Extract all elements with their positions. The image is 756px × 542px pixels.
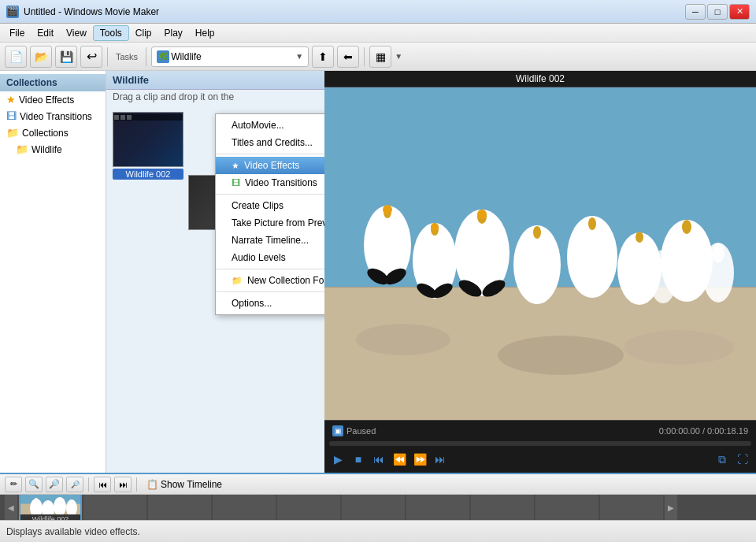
storyboard-clip-1[interactable]: Wildlife 002 <box>19 495 82 520</box>
zoom-out-tool[interactable]: 🔎 <box>46 477 63 492</box>
take-picture-label: Take Picture from Preview <box>232 217 324 228</box>
menubar: File Edit View Tools Clip Play Help <box>0 24 756 43</box>
view-button[interactable]: ▦ <box>369 46 391 68</box>
split-button[interactable]: ⧉ <box>713 451 731 468</box>
collection-name: Wildlife <box>171 51 294 62</box>
menu-create-clips[interactable]: Create Clips <box>216 197 324 214</box>
nav-back-button[interactable]: ⬅ <box>337 46 359 68</box>
svg-point-31 <box>477 210 487 219</box>
storyboard-slot-1 <box>83 495 146 520</box>
sidebar-item-wildlife[interactable]: 📁 Wildlife <box>0 141 106 158</box>
titles-label: Titles and Credits... <box>232 137 313 148</box>
menu-sep-3 <box>216 269 324 269</box>
next-frame-timeline[interactable]: ⏭ <box>114 477 132 492</box>
folder-icon-2: 📁 <box>16 143 28 155</box>
sidebar-item-collections[interactable]: 📁 Collections <box>0 124 106 141</box>
storyboard-nav-right[interactable]: ▶ <box>665 495 677 520</box>
minimize-button[interactable]: ─ <box>685 4 706 20</box>
storyboard-clip-label-1: Wildlife 002 <box>20 514 80 520</box>
nav-up-button[interactable]: ⬆ <box>312 46 334 68</box>
preview-video <box>324 87 756 420</box>
titlebar-controls: ─ □ ✕ <box>685 4 750 20</box>
storyboard-nav-left[interactable]: ◀ <box>5 495 17 520</box>
menu-clip[interactable]: Clip <box>129 26 158 40</box>
app-icon: 🎬 <box>6 6 19 18</box>
svg-point-36 <box>498 336 624 375</box>
clip-thumb-inner <box>113 113 183 166</box>
menu-audio-levels[interactable]: Audio Levels <box>216 249 324 266</box>
collection-dropdown[interactable]: 🌿 Wildlife ▼ <box>151 46 309 67</box>
zoom-out-tool2[interactable]: 🔎 <box>66 477 83 492</box>
menu-sep-1 <box>216 154 324 154</box>
menu-options[interactable]: Options... <box>216 295 324 312</box>
svg-point-37 <box>624 330 734 365</box>
svg-point-22 <box>682 220 691 234</box>
star-icon-menu: ★ <box>232 161 239 171</box>
toolbar-sep-3 <box>364 47 365 66</box>
dropdown-arrow: ▼ <box>295 52 303 61</box>
rewind-button[interactable]: ⏪ <box>391 451 408 468</box>
preview-seekbar[interactable] <box>329 441 751 446</box>
sidebar-item-video-effects[interactable]: ★ Video Effects <box>0 91 106 108</box>
show-timeline-button[interactable]: 📋 Show Timeline <box>142 477 227 492</box>
play-button[interactable]: ▶ <box>329 451 346 468</box>
preview-title: Wildlife 002 <box>324 71 756 87</box>
menu-tools[interactable]: Tools <box>93 25 129 41</box>
timeline-sep-1 <box>88 477 89 492</box>
collection-icon: 🌿 <box>157 50 169 63</box>
menu-take-picture[interactable]: Take Picture from Preview <box>216 214 324 232</box>
storyboard-slot-6 <box>406 495 469 520</box>
prev-frame-timeline[interactable]: ⏮ <box>94 477 111 492</box>
svg-point-30 <box>431 223 439 231</box>
maximize-button[interactable]: □ <box>707 4 728 20</box>
preview-panel: Wildlife 002 <box>324 71 756 473</box>
clip-item-wildlife002[interactable]: Wildlife 002 <box>113 112 183 230</box>
menu-video-effects[interactable]: ★ Video Effects <box>216 157 324 174</box>
zoom-in-tool[interactable]: 🔍 <box>25 477 43 492</box>
menu-narrate[interactable]: Narrate Timeline... <box>216 232 324 249</box>
stop-button[interactable]: ■ <box>350 451 367 468</box>
fullscreen-button[interactable]: ⛶ <box>734 451 751 468</box>
film-icon-menu: 🎞 <box>232 178 240 187</box>
draw-tool[interactable]: ✏ <box>5 477 22 492</box>
menu-file[interactable]: File <box>3 26 31 40</box>
sidebar-item-video-transitions[interactable]: 🎞 Video Transitions <box>0 108 106 124</box>
automovie-label: AutoMovie... <box>232 120 284 131</box>
toolbar-sep-2 <box>146 47 146 66</box>
open-button[interactable]: 📂 <box>30 46 52 68</box>
tools-dropdown-menu: AutoMovie... Titles and Credits... ★ Vid… <box>215 113 324 315</box>
star-icon-1: ★ <box>6 94 16 106</box>
menu-automovie[interactable]: AutoMovie... <box>216 117 324 134</box>
storyboard-slot-5 <box>342 495 405 520</box>
menu-edit[interactable]: Edit <box>31 26 60 40</box>
menu-titles[interactable]: Titles and Credits... <box>216 134 324 151</box>
close-button[interactable]: ✕ <box>729 4 750 20</box>
new-collection-label: New Collection Folder <box>247 275 324 286</box>
statusbar: Displays available video effects. <box>0 520 756 542</box>
view-arrow: ▼ <box>395 52 402 61</box>
undo-button[interactable]: ↩ <box>80 46 102 68</box>
menu-play[interactable]: Play <box>158 26 189 40</box>
svg-point-19 <box>636 232 643 243</box>
storyboard-slot-2 <box>148 495 211 520</box>
narrate-label: Narrate Timeline... <box>232 235 309 246</box>
new-button[interactable]: 📄 <box>5 46 27 68</box>
next-frame-button[interactable]: ⏭ <box>432 451 449 468</box>
svg-point-29 <box>383 205 392 214</box>
toolbar: 📄 📂 💾 ↩ Tasks 🌿 Wildlife ▼ ⬆ ⬅ ▦ ▼ <box>0 43 756 71</box>
save-button[interactable]: 💾 <box>55 46 77 68</box>
menu-help[interactable]: Help <box>189 26 221 40</box>
forward-button[interactable]: ⏩ <box>411 451 428 468</box>
menu-sep-2 <box>216 194 324 195</box>
preview-right-buttons: ⧉ ⛶ <box>713 451 751 468</box>
video-effects-label: Video Effects <box>244 160 299 171</box>
menu-new-collection[interactable]: 📁 New Collection Folder <box>216 272 324 289</box>
storyboard-label: Show Timeline <box>161 479 222 490</box>
tasks-label: Tasks <box>113 52 141 61</box>
menu-video-transitions[interactable]: 🎞 Video Transitions <box>216 174 324 191</box>
svg-point-35 <box>356 324 450 355</box>
timeline-area: ✏ 🔍 🔎 🔎 ⏮ ⏭ 📋 Show Timeline ◀ <box>0 473 756 520</box>
prev-frame-button[interactable]: ⏮ <box>370 451 387 468</box>
menu-view[interactable]: View <box>60 26 93 40</box>
collections-header: Collections <box>0 74 106 91</box>
